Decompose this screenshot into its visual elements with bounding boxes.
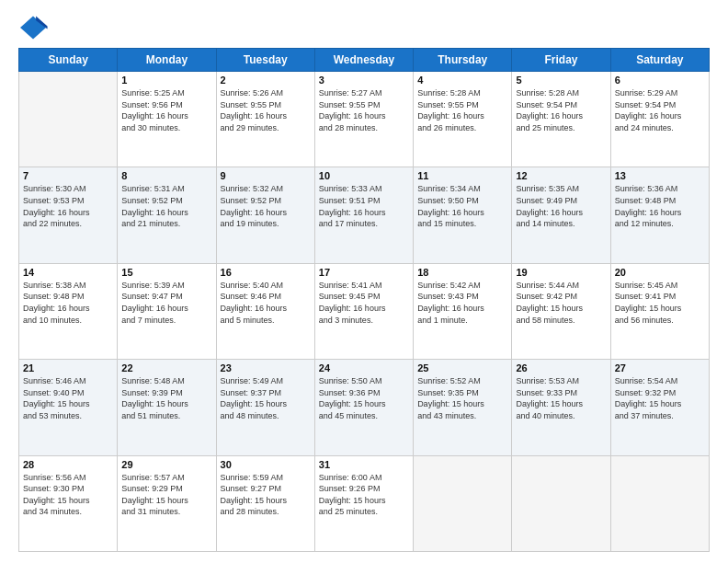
day-info: Sunrise: 5:31 AM Sunset: 9:52 PM Dayligh… [121,183,211,229]
day-number: 18 [417,267,507,278]
day-info: Sunrise: 5:29 AM Sunset: 9:54 PM Dayligh… [615,87,705,133]
header-cell-tuesday: Tuesday [216,49,314,72]
day-info: Sunrise: 5:36 AM Sunset: 9:48 PM Dayligh… [615,183,705,229]
week-row-2: 7Sunrise: 5:30 AM Sunset: 9:53 PM Daylig… [19,167,710,263]
day-info: Sunrise: 5:33 AM Sunset: 9:51 PM Dayligh… [319,183,409,229]
day-number: 4 [417,75,507,86]
day-info: Sunrise: 5:25 AM Sunset: 9:56 PM Dayligh… [121,87,211,133]
day-info: Sunrise: 5:40 AM Sunset: 9:46 PM Dayligh… [221,280,311,326]
day-number: 26 [516,362,606,373]
day-cell-25: 25Sunrise: 5:52 AM Sunset: 9:35 PM Dayli… [414,360,512,455]
week-row-4: 21Sunrise: 5:46 AM Sunset: 9:40 PM Dayli… [19,360,710,455]
day-cell-29: 29Sunrise: 5:57 AM Sunset: 9:29 PM Dayli… [118,455,216,551]
day-info: Sunrise: 5:48 AM Sunset: 9:39 PM Dayligh… [121,375,211,421]
day-cell-1: 1Sunrise: 5:25 AM Sunset: 9:56 PM Daylig… [118,72,216,167]
day-info: Sunrise: 5:59 AM Sunset: 9:27 PM Dayligh… [221,472,311,518]
day-number: 5 [516,75,606,86]
day-cell-12: 12Sunrise: 5:35 AM Sunset: 9:49 PM Dayli… [512,167,610,263]
day-info: Sunrise: 6:00 AM Sunset: 9:26 PM Dayligh… [319,472,409,518]
day-number: 12 [516,170,606,181]
day-number: 29 [121,459,211,470]
week-row-1: 1Sunrise: 5:25 AM Sunset: 9:56 PM Daylig… [19,72,710,167]
day-info: Sunrise: 5:44 AM Sunset: 9:42 PM Dayligh… [516,280,606,326]
day-cell-20: 20Sunrise: 5:45 AM Sunset: 9:41 PM Dayli… [610,263,709,359]
day-info: Sunrise: 5:39 AM Sunset: 9:47 PM Dayligh… [121,280,211,326]
day-cell-11: 11Sunrise: 5:34 AM Sunset: 9:50 PM Dayli… [414,167,512,263]
day-cell-10: 10Sunrise: 5:33 AM Sunset: 9:51 PM Dayli… [314,167,413,263]
day-info: Sunrise: 5:26 AM Sunset: 9:55 PM Dayligh… [221,87,311,133]
day-info: Sunrise: 5:45 AM Sunset: 9:41 PM Dayligh… [615,280,705,326]
day-cell-4: 4Sunrise: 5:28 AM Sunset: 9:55 PM Daylig… [414,72,512,167]
day-cell-21: 21Sunrise: 5:46 AM Sunset: 9:40 PM Dayli… [19,360,118,455]
header-cell-friday: Friday [512,49,610,72]
day-info: Sunrise: 5:28 AM Sunset: 9:54 PM Dayligh… [516,87,606,133]
header-cell-wednesday: Wednesday [314,49,413,72]
day-cell-7: 7Sunrise: 5:30 AM Sunset: 9:53 PM Daylig… [19,167,118,263]
day-number: 11 [417,170,507,181]
day-number: 30 [221,459,311,470]
day-number: 15 [121,267,211,278]
day-number: 17 [319,267,409,278]
day-cell-8: 8Sunrise: 5:31 AM Sunset: 9:52 PM Daylig… [118,167,216,263]
day-number: 24 [319,362,409,373]
day-number: 14 [23,267,113,278]
day-info: Sunrise: 5:28 AM Sunset: 9:55 PM Dayligh… [417,87,507,133]
day-number: 10 [319,170,409,181]
day-number: 21 [23,362,113,373]
header-row: SundayMondayTuesdayWednesdayThursdayFrid… [19,49,710,72]
header-cell-saturday: Saturday [610,49,709,72]
day-info: Sunrise: 5:57 AM Sunset: 9:29 PM Dayligh… [121,472,211,518]
day-info: Sunrise: 5:34 AM Sunset: 9:50 PM Dayligh… [417,183,507,229]
day-info: Sunrise: 5:42 AM Sunset: 9:43 PM Dayligh… [417,280,507,326]
empty-cell [610,455,709,551]
day-info: Sunrise: 5:30 AM Sunset: 9:53 PM Dayligh… [23,183,113,229]
day-info: Sunrise: 5:54 AM Sunset: 9:32 PM Dayligh… [615,375,705,421]
day-number: 13 [615,170,705,181]
day-cell-26: 26Sunrise: 5:53 AM Sunset: 9:33 PM Dayli… [512,360,610,455]
day-number: 7 [23,170,113,181]
day-number: 19 [516,267,606,278]
week-row-3: 14Sunrise: 5:38 AM Sunset: 9:48 PM Dayli… [19,263,710,359]
day-cell-17: 17Sunrise: 5:41 AM Sunset: 9:45 PM Dayli… [314,263,413,359]
day-number: 2 [221,75,311,86]
day-cell-13: 13Sunrise: 5:36 AM Sunset: 9:48 PM Dayli… [610,167,709,263]
day-info: Sunrise: 5:32 AM Sunset: 9:52 PM Dayligh… [221,183,311,229]
day-cell-6: 6Sunrise: 5:29 AM Sunset: 9:54 PM Daylig… [610,72,709,167]
day-cell-14: 14Sunrise: 5:38 AM Sunset: 9:48 PM Dayli… [19,263,118,359]
svg-marker-0 [20,17,46,40]
day-info: Sunrise: 5:46 AM Sunset: 9:40 PM Dayligh… [23,375,113,421]
empty-cell [414,455,512,551]
day-number: 6 [615,75,705,86]
calendar: SundayMondayTuesdayWednesdayThursdayFrid… [18,48,710,552]
day-info: Sunrise: 5:41 AM Sunset: 9:45 PM Dayligh… [319,280,409,326]
day-cell-24: 24Sunrise: 5:50 AM Sunset: 9:36 PM Dayli… [314,360,413,455]
day-cell-31: 31Sunrise: 6:00 AM Sunset: 9:26 PM Dayli… [314,455,413,551]
logo [18,15,51,40]
day-cell-18: 18Sunrise: 5:42 AM Sunset: 9:43 PM Dayli… [414,263,512,359]
day-number: 27 [615,362,705,373]
day-cell-28: 28Sunrise: 5:56 AM Sunset: 9:30 PM Dayli… [19,455,118,551]
day-info: Sunrise: 5:50 AM Sunset: 9:36 PM Dayligh… [319,375,409,421]
day-info: Sunrise: 5:35 AM Sunset: 9:49 PM Dayligh… [516,183,606,229]
day-number: 31 [319,459,409,470]
day-info: Sunrise: 5:27 AM Sunset: 9:55 PM Dayligh… [319,87,409,133]
empty-cell [19,72,118,167]
day-number: 3 [319,75,409,86]
header [18,15,710,40]
day-cell-2: 2Sunrise: 5:26 AM Sunset: 9:55 PM Daylig… [216,72,314,167]
day-number: 23 [221,362,311,373]
day-cell-23: 23Sunrise: 5:49 AM Sunset: 9:37 PM Dayli… [216,360,314,455]
day-cell-15: 15Sunrise: 5:39 AM Sunset: 9:47 PM Dayli… [118,263,216,359]
page: SundayMondayTuesdayWednesdayThursdayFrid… [0,0,728,563]
day-cell-3: 3Sunrise: 5:27 AM Sunset: 9:55 PM Daylig… [314,72,413,167]
day-number: 8 [121,170,211,181]
day-number: 1 [121,75,211,86]
day-info: Sunrise: 5:52 AM Sunset: 9:35 PM Dayligh… [417,375,507,421]
day-info: Sunrise: 5:56 AM Sunset: 9:30 PM Dayligh… [23,472,113,518]
week-row-5: 28Sunrise: 5:56 AM Sunset: 9:30 PM Dayli… [19,455,710,551]
day-info: Sunrise: 5:38 AM Sunset: 9:48 PM Dayligh… [23,280,113,326]
day-cell-22: 22Sunrise: 5:48 AM Sunset: 9:39 PM Dayli… [118,360,216,455]
empty-cell [512,455,610,551]
day-cell-5: 5Sunrise: 5:28 AM Sunset: 9:54 PM Daylig… [512,72,610,167]
day-info: Sunrise: 5:53 AM Sunset: 9:33 PM Dayligh… [516,375,606,421]
